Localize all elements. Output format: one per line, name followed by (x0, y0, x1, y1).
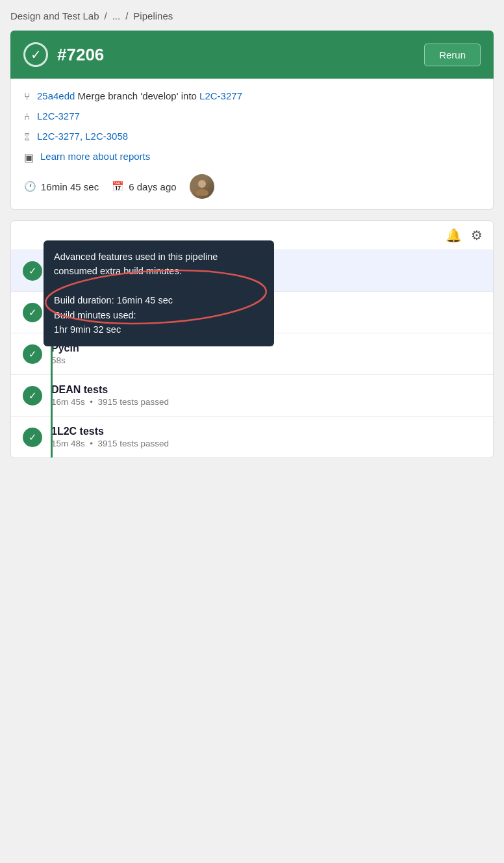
job-item[interactable]: ✓ DEAN tests 16m 45s • 3915 tests passed (11, 375, 493, 417)
breadcrumb-ellipsis[interactable]: ... (112, 10, 121, 21)
bell-icon[interactable]: 🔔 (446, 227, 462, 243)
pipeline-header-left: ✓ #7206 (23, 42, 104, 67)
job-name: DEAN tests (51, 384, 481, 396)
clock-icon: 🕐 (24, 181, 36, 192)
tooltip-line3: Build minutes used: (54, 308, 264, 322)
pipeline-body: Advanced features used in this pipeline … (10, 220, 494, 458)
breadcrumb-pipelines[interactable]: Pipelines (133, 10, 173, 21)
commit-icon: ⑂ (24, 91, 31, 103)
tooltip-box: Advanced features used in this pipeline … (44, 240, 274, 346)
gear-icon[interactable]: ⚙ (471, 227, 483, 243)
merge-icon: ⑄ (24, 131, 31, 143)
tooltip-line2: Build duration: 16min 45 sec (54, 293, 264, 307)
svg-point-1 (195, 189, 208, 196)
duration-value: 16min 45 sec (41, 181, 99, 192)
duration-item: 🕐 16min 45 sec (24, 181, 99, 192)
job-content: DEAN tests 16m 45s • 3915 tests passed (51, 384, 481, 407)
job-name: 1L2C tests (51, 426, 481, 437)
reports-link[interactable]: Learn more about reports (40, 151, 150, 162)
calendar-icon: 📅 (112, 181, 124, 192)
job-status-icon: ✓ (23, 344, 42, 364)
job-content: 1L2C tests 15m 48s • 3915 tests passed (51, 426, 481, 448)
tooltip-line4: 1hr 9min 32 sec (54, 322, 264, 337)
avatar (190, 174, 214, 199)
job-meta: 58s (51, 355, 481, 365)
job-icon-col: ✓ (23, 386, 42, 406)
job-meta: 16m 45s • 3915 tests passed (51, 397, 481, 407)
rerun-button[interactable]: Rerun (424, 44, 481, 66)
branch-icon: ⑃ (24, 111, 31, 123)
job-meta: 15m 48s • 3915 tests passed (51, 439, 481, 448)
commit-hash[interactable]: 25a4edd Merge branch 'develop' into L2C-… (37, 90, 242, 101)
breadcrumb-project[interactable]: Design and Test Lab (10, 10, 99, 21)
reports-row: ▣ Learn more about reports (24, 151, 480, 164)
job-icon-col: ✓ (23, 428, 42, 447)
time-row: 🕐 16min 45 sec 📅 6 days ago (24, 172, 480, 199)
info-card: ⑂ 25a4edd Merge branch 'develop' into L2… (10, 79, 494, 210)
breadcrumb-sep2: / (125, 10, 128, 21)
branch-link[interactable]: L2C-3277 (37, 110, 80, 122)
job-status-icon: ✓ (23, 428, 42, 447)
job-icon-col: ✓ (23, 261, 42, 281)
breadcrumb: Design and Test Lab / ... / Pipelines (10, 10, 494, 21)
merge-refs-row: ⑄ L2C-3277, L2C-3058 (24, 131, 480, 143)
pipeline-toolbar: Advanced features used in this pipeline … (11, 221, 493, 250)
job-icon-col: ✓ (23, 344, 42, 364)
job-status-icon: ✓ (23, 303, 42, 322)
pipeline-status-icon: ✓ (23, 42, 48, 67)
svg-point-0 (198, 180, 206, 188)
commit-row: ⑂ 25a4edd Merge branch 'develop' into L2… (24, 90, 480, 103)
job-status-icon: ✓ (23, 261, 42, 281)
pipeline-id: #7206 (57, 45, 104, 65)
pipeline-header: ✓ #7206 Rerun (10, 31, 494, 79)
job-item[interactable]: ✓ 1L2C tests 15m 48s • 3915 tests passed (11, 417, 493, 457)
time-ago-value: 6 days ago (129, 181, 176, 192)
job-icon-col: ✓ (23, 303, 42, 322)
job-status-icon: ✓ (23, 386, 42, 406)
time-ago-item: 📅 6 days ago (112, 181, 176, 192)
branch-row: ⑃ L2C-3277 (24, 110, 480, 123)
time-info: 🕐 16min 45 sec 📅 6 days ago (24, 174, 214, 199)
breadcrumb-sep1: / (105, 10, 107, 21)
merge-refs-link[interactable]: L2C-3277, L2C-3058 (37, 131, 128, 142)
tooltip-line1: Advanced features used in this pipeline … (54, 250, 264, 279)
report-icon: ▣ (24, 151, 34, 164)
